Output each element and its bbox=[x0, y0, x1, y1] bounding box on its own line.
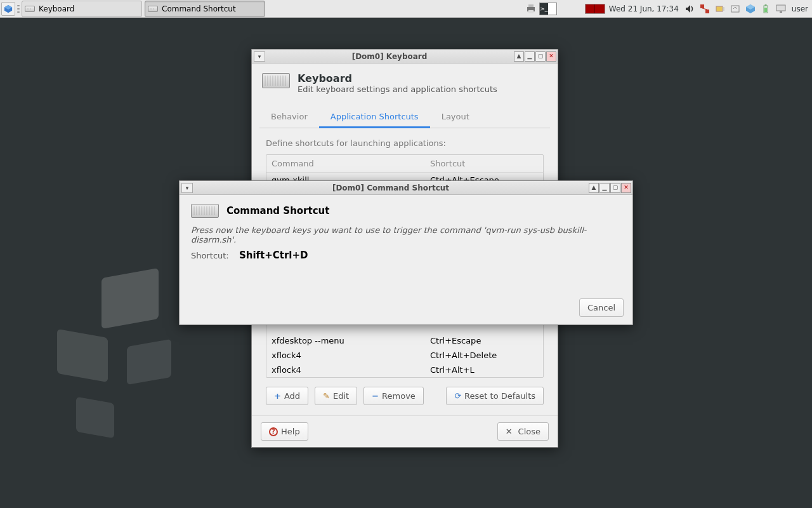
tab-app-shortcuts[interactable]: Application Shortcuts bbox=[319, 107, 430, 128]
help-icon: ? bbox=[269, 427, 278, 436]
add-button[interactable]: +Add bbox=[266, 387, 308, 405]
keyboard-header-icon bbox=[262, 73, 290, 93]
intro-text: Define shortcuts for launching applicati… bbox=[266, 138, 544, 148]
table-row[interactable]: xflock4 Ctrl+Alt+Delete bbox=[266, 348, 543, 363]
tabbar: Behavior Application Shortcuts Layout bbox=[259, 103, 550, 128]
taskbar-label: Keyboard bbox=[39, 4, 74, 13]
svg-rect-17 bbox=[776, 5, 785, 11]
taskbar-button-command-shortcut[interactable]: Command Shortcut bbox=[145, 1, 265, 17]
clock[interactable]: Wed 21 Jun, 17:34 bbox=[606, 4, 681, 13]
reset-button[interactable]: ⟳Reset to Defaults bbox=[446, 387, 544, 405]
keyboard-dialog-icon bbox=[191, 204, 219, 218]
cube-tray-icon[interactable] bbox=[743, 2, 757, 16]
remove-button[interactable]: −Remove bbox=[363, 387, 424, 405]
svg-line-8 bbox=[702, 8, 707, 10]
svg-rect-4 bbox=[528, 10, 534, 13]
header-title: Keyboard bbox=[298, 72, 497, 84]
network-tray-icon[interactable] bbox=[698, 2, 712, 16]
minimize-button[interactable]: ▁ bbox=[599, 183, 610, 193]
taskbar-label: Command Shortcut bbox=[162, 4, 236, 13]
tab-layout[interactable]: Layout bbox=[430, 107, 481, 128]
edit-icon: ✎ bbox=[323, 391, 330, 401]
refresh-icon: ⟳ bbox=[454, 391, 461, 401]
close-button[interactable]: ✕ bbox=[621, 183, 631, 193]
shortcut-label: Shortcut: bbox=[191, 251, 229, 260]
minimize-button[interactable]: ▁ bbox=[525, 51, 535, 62]
display-tray-icon[interactable] bbox=[774, 2, 788, 16]
dialog-header: Command Shortcut bbox=[226, 205, 329, 217]
close-button[interactable]: ✕ bbox=[546, 51, 556, 62]
table-row[interactable]: xfdesktop --menu Ctrl+Escape bbox=[266, 333, 543, 348]
edit-button[interactable]: ✎Edit bbox=[315, 387, 357, 405]
top-panel: Keyboard Command Shortcut >_ Wed 21 Jun,… bbox=[0, 0, 812, 18]
panel-separator bbox=[16, 2, 20, 16]
updater-tray-icon[interactable] bbox=[728, 2, 742, 16]
keyboard-icon bbox=[148, 4, 158, 14]
svg-rect-16 bbox=[764, 4, 766, 6]
window-menu-icon[interactable]: ▾ bbox=[181, 183, 193, 193]
username-label[interactable]: user bbox=[789, 4, 811, 13]
qubes-menu-button[interactable] bbox=[1, 2, 15, 16]
window-title: [Dom0] Command Shortcut bbox=[193, 184, 589, 192]
svg-rect-15 bbox=[764, 8, 767, 12]
shade-button[interactable]: ▲ bbox=[514, 51, 524, 62]
col-shortcut[interactable]: Shortcut bbox=[430, 159, 538, 168]
svg-marker-5 bbox=[686, 5, 690, 13]
titlebar[interactable]: ▾ [Dom0] Keyboard ▲ ▁ ▢ ✕ bbox=[252, 50, 558, 64]
close-icon: ✕ bbox=[506, 427, 513, 436]
close-window-button[interactable]: ✕Close bbox=[497, 422, 549, 441]
svg-rect-3 bbox=[528, 4, 534, 7]
device-tray-icon[interactable] bbox=[713, 2, 727, 16]
titlebar[interactable]: ▾ [Dom0] Command Shortcut ▲ ▁ ▢ ✕ bbox=[180, 181, 632, 195]
plus-icon: + bbox=[274, 391, 281, 401]
maximize-button[interactable]: ▢ bbox=[610, 183, 620, 193]
taskbar-button-keyboard[interactable]: Keyboard bbox=[22, 1, 142, 17]
minus-icon: − bbox=[372, 391, 379, 401]
window-title: [Dom0] Keyboard bbox=[265, 52, 514, 61]
terminal-tray-icon[interactable]: >_ bbox=[539, 3, 557, 15]
svg-rect-18 bbox=[780, 11, 782, 13]
window-menu-icon[interactable]: ▾ bbox=[254, 51, 265, 62]
cancel-button[interactable]: Cancel bbox=[579, 298, 624, 317]
battery-tray-icon[interactable] bbox=[759, 2, 773, 16]
svg-rect-7 bbox=[705, 10, 709, 13]
printer-tray-icon[interactable] bbox=[524, 2, 538, 16]
volume-icon[interactable] bbox=[683, 2, 697, 16]
svg-rect-10 bbox=[723, 7, 724, 11]
dialog-prompt: Press now the keyboard keys you want to … bbox=[191, 225, 621, 244]
shortcut-value: Shift+Ctrl+D bbox=[239, 250, 308, 261]
svg-rect-6 bbox=[700, 4, 704, 8]
command-shortcut-dialog: ▾ [Dom0] Command Shortcut ▲ ▁ ▢ ✕ Comman… bbox=[179, 180, 633, 325]
shade-button[interactable]: ▲ bbox=[589, 183, 599, 193]
col-command[interactable]: Command bbox=[272, 159, 430, 168]
help-button[interactable]: ?Help bbox=[261, 422, 308, 441]
workspace-switcher[interactable] bbox=[585, 4, 605, 14]
keyboard-icon bbox=[25, 4, 35, 14]
tab-behavior[interactable]: Behavior bbox=[259, 107, 319, 128]
header-subtitle: Edit keyboard settings and application s… bbox=[298, 84, 497, 94]
svg-rect-9 bbox=[716, 6, 723, 11]
table-row[interactable]: xflock4 Ctrl+Alt+L bbox=[266, 363, 543, 377]
maximize-button[interactable]: ▢ bbox=[535, 51, 546, 62]
